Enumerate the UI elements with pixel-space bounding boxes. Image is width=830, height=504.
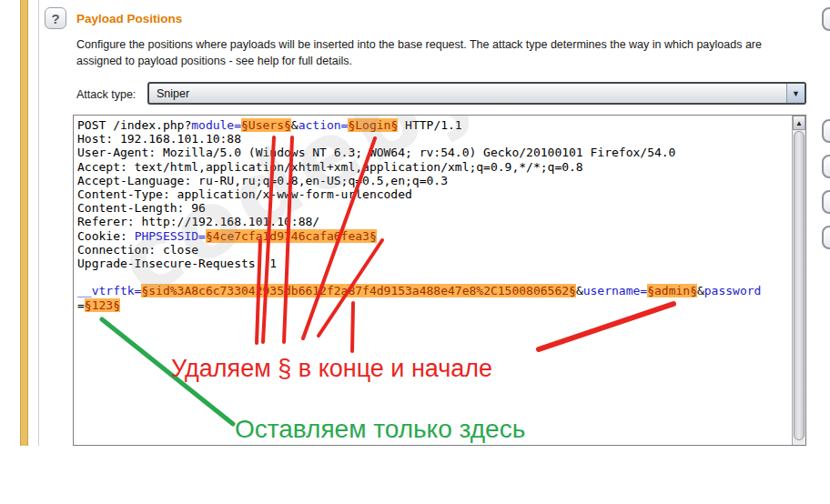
request-line: Content-Length: 96 — [77, 201, 791, 215]
attack-type-label: Attack type: — [76, 88, 136, 101]
panel-title: Payload Positions — [76, 12, 182, 25]
request-line: Accept-Language: ru-RU,ru;q=0.8,en-US;q=… — [77, 174, 791, 187]
request-line: POST /index.php?module=§Users§&action=§L… — [77, 118, 791, 132]
request-line: Host: 192.168.101.10:88 — [77, 132, 791, 146]
attack-type-value: Sniper — [157, 87, 189, 100]
help-icon: ? — [51, 11, 59, 26]
attack-type-select[interactable]: Sniper ▼ — [147, 82, 806, 105]
red-annotation-caption: Удаляем § в конце и начале — [171, 355, 492, 383]
request-line — [77, 270, 791, 284]
cut-off-button[interactable] — [822, 190, 830, 214]
chevron-down-icon: ▼ — [786, 84, 805, 103]
scroll-up-button[interactable]: ▲ — [793, 116, 805, 130]
request-editor[interactable]: POST /index.php?module=§Users§&action=§L… — [73, 115, 806, 446]
cut-off-button[interactable] — [822, 226, 830, 249]
request-line: Accept: text/html,application/xhtml+xml,… — [77, 160, 791, 174]
request-line: Content-Type: application/x-www-form-url… — [77, 187, 791, 201]
request-line: Referer: http://192.168.101.10:88/ — [77, 215, 791, 228]
cut-off-button[interactable] — [822, 7, 830, 31]
help-button[interactable]: ? — [45, 7, 66, 29]
description-line-1: Configure the positions where payloads w… — [76, 38, 762, 51]
request-line: Cookie: PHPSESSID=§4ce7cfa1d9746cafa6fea… — [77, 229, 791, 243]
request-line: Upgrade-Insecure-Requests: 1 — [77, 257, 791, 270]
request-line: __vtrftk=§sid%3A8c6c733042935db6612f2a87… — [77, 284, 791, 297]
request-line: User-Agent: Mozilla/5.0 (Windows NT 6.3;… — [77, 146, 791, 159]
request-line: Connection: close — [77, 243, 791, 257]
scrollbar-thumb[interactable] — [794, 131, 805, 440]
request-text[interactable]: POST /index.php?module=§Users§&action=§L… — [74, 116, 791, 312]
cut-off-button[interactable] — [822, 155, 830, 178]
scroll-up-icon: ▲ — [795, 119, 803, 127]
request-line: =§123§ — [77, 298, 791, 312]
editor-scrollbar[interactable]: ▲ — [792, 116, 805, 445]
description-line-2: assigned to payload positions - see help… — [76, 55, 352, 67]
cut-off-button[interactable] — [822, 119, 830, 143]
panel-description: Configure the positions where payloads w… — [76, 36, 814, 69]
green-annotation-caption: Оставляем только здесь — [235, 415, 525, 444]
